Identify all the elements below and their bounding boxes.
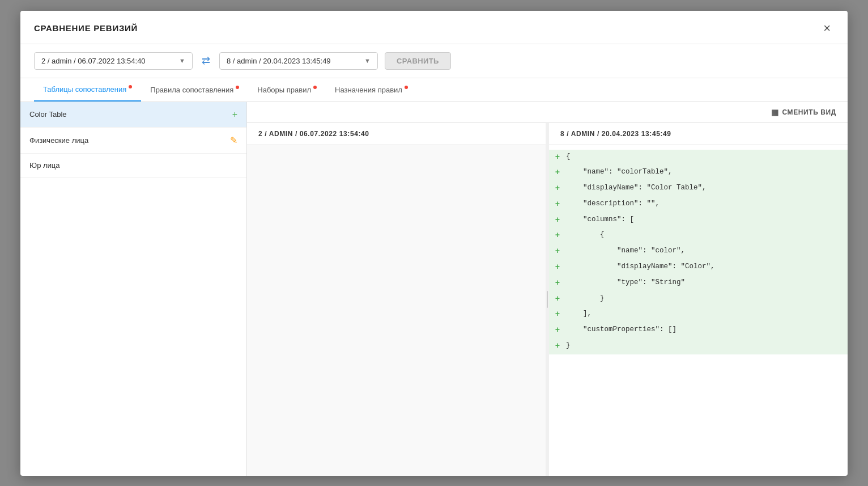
- diff-text: "displayName": "Color Table",: [566, 182, 707, 194]
- diff-line: + }: [549, 291, 848, 307]
- diff-line: + "name": "color",: [549, 244, 848, 260]
- tab-rulesets-dot: [313, 86, 317, 89]
- diff-sign: +: [549, 214, 566, 227]
- modal-title: СРАВНЕНИЕ РЕВИЗИЙ: [34, 23, 138, 33]
- diff-text: "columns": [: [566, 214, 634, 226]
- diff-sign: +: [549, 261, 566, 274]
- diff-sign: +: [549, 151, 566, 164]
- diff-line: + "customProperties": []: [549, 323, 848, 339]
- diff-sign: +: [549, 166, 566, 180]
- diff-sign: +: [549, 308, 566, 322]
- sidebar-item-color-table-label: Color Table: [29, 110, 67, 119]
- diff-text: "name": "color",: [566, 245, 685, 257]
- diff-text: {: [566, 151, 571, 163]
- diff-line: + "columns": [: [549, 213, 848, 229]
- diff-line: +{: [549, 150, 848, 166]
- left-revision-dropdown[interactable]: 2 / admin / 06.07.2022 13:54:40 ▼: [34, 52, 193, 70]
- right-dropdown-chevron-icon: ▼: [364, 57, 371, 64]
- sidebar-item-color-table[interactable]: Color Table +: [20, 102, 246, 128]
- change-view-button[interactable]: ▦ СМЕНИТЬ ВИД: [771, 108, 836, 117]
- right-revision-value: 8 / admin / 20.04.2023 13:45:49: [227, 57, 331, 65]
- sidebar-item-yurlica[interactable]: Юр лица: [20, 154, 246, 178]
- left-dropdown-chevron-icon: ▼: [179, 57, 185, 64]
- diff-sign: +: [549, 229, 566, 243]
- toolbar: 2 / admin / 06.07.2022 13:54:40 ▼ ⇄ 8 / …: [20, 44, 848, 78]
- diff-line: + "description": "",: [549, 197, 848, 213]
- diff-area: ▦ СМЕНИТЬ ВИД 2 / ADMIN / 06.07.2022 13:…: [247, 102, 848, 476]
- sidebar-item-fizlica-edit-icon: ✎: [230, 135, 237, 146]
- sidebar-item-fizlica[interactable]: Физические лица ✎: [20, 128, 246, 154]
- left-revision-value: 2 / admin / 06.07.2022 13:54:40: [41, 57, 146, 65]
- diff-line: + "displayName": "Color",: [549, 260, 848, 276]
- sidebar-item-color-table-add-icon: +: [232, 109, 237, 120]
- tab-tables-dot: [129, 85, 132, 88]
- diff-line: + ],: [549, 307, 848, 323]
- tab-rules[interactable]: Правила сопоставления: [141, 79, 248, 101]
- diff-sign: +: [549, 277, 566, 290]
- diff-left-header: 2 / ADMIN / 06.07.2022 13:54:40: [247, 123, 546, 145]
- compare-button[interactable]: СРАВНИТЬ: [385, 52, 451, 70]
- diff-divider-handle: [547, 291, 548, 308]
- diff-line: + "displayName": "Color Table",: [549, 181, 848, 197]
- diff-sign: +: [549, 182, 566, 196]
- content-area: Color Table + Физические лица ✎ Юр лица …: [20, 102, 848, 476]
- diff-sign: +: [549, 293, 566, 306]
- diff-text: }: [566, 293, 605, 305]
- right-revision-dropdown[interactable]: 8 / admin / 20.04.2023 13:45:49 ▼: [219, 52, 378, 70]
- diff-right-content: +{+ "name": "colorTable",+ "displayName"…: [549, 145, 848, 476]
- diff-sign: +: [549, 198, 566, 212]
- close-button[interactable]: ×: [820, 21, 834, 36]
- diff-sign: +: [549, 324, 566, 337]
- diff-text: "displayName": "Color",: [566, 261, 715, 273]
- change-view-label: СМЕНИТЬ ВИД: [782, 108, 836, 116]
- diff-text: "name": "colorTable",: [566, 166, 673, 178]
- diff-sign: +: [549, 245, 566, 259]
- tab-tables[interactable]: Таблицы сопоставления: [34, 78, 141, 102]
- modal-container: СРАВНЕНИЕ РЕВИЗИЙ × 2 / admin / 06.07.20…: [20, 11, 848, 476]
- diff-columns: 2 / ADMIN / 06.07.2022 13:54:40 8 / ADMI…: [247, 123, 848, 476]
- diff-line: + "type": "String": [549, 276, 848, 291]
- swap-icon[interactable]: ⇄: [199, 54, 212, 67]
- diff-text: {: [566, 229, 605, 241]
- diff-text: "type": "String": [566, 277, 685, 289]
- diff-header: ▦ СМЕНИТЬ ВИД: [247, 102, 848, 123]
- tabs-container: Таблицы сопоставления Правила сопоставле…: [20, 78, 848, 102]
- diff-line: + {: [549, 228, 848, 244]
- sidebar: Color Table + Физические лица ✎ Юр лица: [20, 102, 247, 476]
- diff-left-content: [247, 145, 546, 476]
- diff-line: + "name": "colorTable",: [549, 165, 848, 181]
- diff-left-column: 2 / ADMIN / 06.07.2022 13:54:40: [247, 123, 546, 476]
- diff-text: "description": "",: [566, 198, 659, 210]
- tab-rule-sets[interactable]: Наборы правил: [248, 79, 326, 101]
- diff-right-column: 8 / ADMIN / 20.04.2023 13:45:49 +{+ "nam…: [549, 123, 848, 476]
- diff-sign: +: [549, 340, 566, 353]
- tab-assignments[interactable]: Назначения правил: [326, 79, 417, 101]
- modal-header: СРАВНЕНИЕ РЕВИЗИЙ ×: [20, 11, 848, 44]
- tab-rules-dot: [236, 86, 239, 89]
- tab-assignments-dot: [405, 86, 408, 89]
- table-icon: ▦: [771, 108, 779, 117]
- diff-text: }: [566, 340, 571, 352]
- diff-text: ],: [566, 308, 592, 320]
- diff-line: +}: [549, 339, 848, 354]
- diff-text: "customProperties": []: [566, 324, 676, 336]
- diff-right-header: 8 / ADMIN / 20.04.2023 13:45:49: [549, 123, 848, 145]
- sidebar-item-yurlica-label: Юр лица: [29, 161, 60, 170]
- sidebar-item-fizlica-label: Физические лица: [29, 136, 88, 145]
